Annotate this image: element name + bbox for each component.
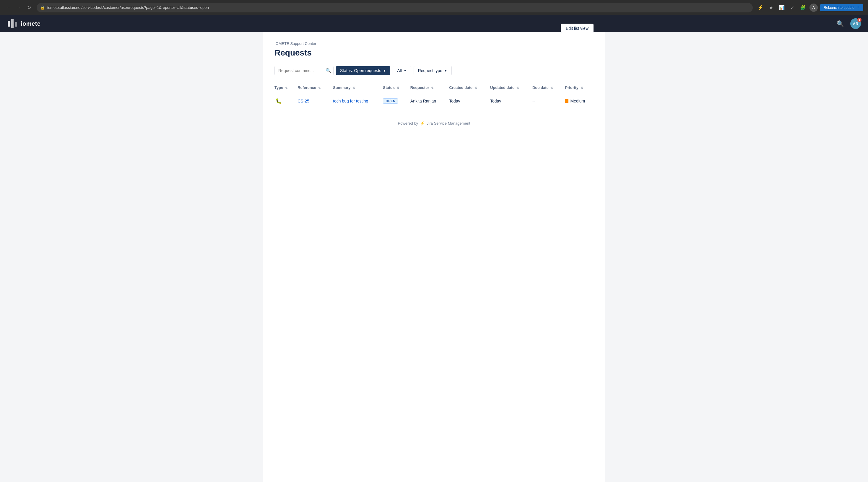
lock-icon: 🔒: [40, 5, 45, 10]
nav-buttons: ← → ↻: [5, 4, 33, 12]
requests-table: Type ⇅ Reference ⇅ Summary ⇅ Status ⇅: [275, 83, 593, 109]
reference-link[interactable]: CS-25: [298, 99, 309, 103]
browser-chrome: ← → ↻ 🔒 ⚡ ★ 📊 ✓ 🧩 A Relaunch to update ⋮: [0, 0, 868, 15]
extensions-icon[interactable]: ⚡: [756, 4, 765, 12]
all-filter-label: All: [397, 68, 402, 73]
svg-rect-2: [15, 22, 17, 27]
logo-text: iomete: [21, 21, 40, 27]
browser-actions: ⚡ ★ 📊 ✓ 🧩 A Relaunch to update ⋮: [756, 4, 863, 12]
app-header: iomete 🔍 AR 1: [0, 15, 868, 32]
profile-button[interactable]: A: [809, 4, 818, 12]
summary-link[interactable]: tech bug for testing: [333, 99, 368, 103]
forward-button[interactable]: →: [15, 4, 23, 12]
col-reference[interactable]: Reference ⇅: [294, 83, 330, 93]
table-header: Type ⇅ Reference ⇅ Summary ⇅ Status ⇅: [275, 83, 593, 93]
cell-summary: tech bug for testing: [330, 93, 379, 109]
created-date-value: Today: [449, 99, 460, 103]
extension-btn-3[interactable]: 🧩: [799, 4, 807, 12]
relaunch-menu-icon: ⋮: [856, 6, 860, 10]
search-input-wrap: 🔍: [275, 66, 334, 75]
sort-icon: ⇅: [397, 86, 399, 90]
logo-icon: [7, 18, 18, 29]
sort-icon: ⇅: [318, 86, 320, 90]
priority-medium-icon: [565, 99, 568, 103]
request-type-filter-button[interactable]: Request type ▼: [414, 66, 452, 75]
address-bar: 🔒: [37, 3, 753, 12]
table-body: 🐛 CS-25 tech bug for testing OPEN Ankita…: [275, 93, 593, 109]
cell-type: 🐛: [275, 93, 294, 109]
url-input[interactable]: [47, 5, 749, 10]
edit-list-view-button[interactable]: Edit list view: [561, 24, 593, 33]
col-type[interactable]: Type ⇅: [275, 83, 294, 93]
bookmark-icon[interactable]: ★: [767, 4, 775, 12]
status-badge: OPEN: [383, 98, 398, 104]
sort-icon: ⇅: [285, 86, 287, 90]
priority-value: Medium: [565, 99, 590, 103]
col-priority[interactable]: Priority ⇅: [561, 83, 593, 93]
cell-updated-date: Today: [487, 93, 529, 109]
svg-rect-1: [11, 19, 13, 28]
cell-status: OPEN: [379, 93, 407, 109]
search-input[interactable]: [275, 66, 334, 75]
powered-by-text: Powered by: [398, 121, 418, 126]
bug-icon: 🐛: [275, 97, 283, 105]
cell-reference: CS-25: [294, 93, 330, 109]
updated-date-value: Today: [490, 99, 501, 103]
relaunch-label: Relaunch to update: [824, 6, 855, 10]
filters: 🔍 Status: Open requests ▼ All ▼ Request …: [275, 66, 593, 75]
search-icon: 🔍: [326, 68, 331, 73]
header-right: 🔍 AR 1: [835, 18, 861, 29]
sort-icon: ⇅: [517, 86, 519, 90]
col-summary[interactable]: Summary ⇅: [330, 83, 379, 93]
table-row[interactable]: 🐛 CS-25 tech bug for testing OPEN Ankita…: [275, 93, 593, 109]
col-requester[interactable]: Requester ⇅: [407, 83, 445, 93]
header-search-button[interactable]: 🔍: [835, 18, 845, 29]
breadcrumb: IOMETE Support Center: [275, 41, 593, 46]
content-container: Edit list view IOMETE Support Center Req…: [262, 32, 606, 482]
chevron-down-icon: ▼: [383, 69, 386, 72]
service-name: Jira Service Management: [427, 121, 470, 126]
extension-btn-2[interactable]: ✓: [788, 4, 797, 12]
svg-rect-0: [8, 21, 10, 27]
col-due-date[interactable]: Due date ⇅: [529, 83, 562, 93]
cell-requester: Ankita Ranjan: [407, 93, 445, 109]
chevron-down-icon: ▼: [404, 69, 407, 72]
status-filter-label: Status: Open requests: [340, 68, 381, 73]
sort-icon: ⇅: [352, 86, 355, 90]
footer: Powered by ⚡ Jira Service Management: [275, 109, 593, 131]
priority-label: Medium: [570, 99, 585, 103]
relaunch-button[interactable]: Relaunch to update ⋮: [820, 4, 863, 11]
request-type-label: Request type: [418, 68, 442, 73]
search-submit-button[interactable]: 🔍: [326, 68, 331, 73]
due-date-value: --: [532, 99, 535, 103]
jira-bolt-icon: ⚡: [420, 121, 425, 126]
cell-due-date: --: [529, 93, 562, 109]
extension-btn-1[interactable]: 📊: [778, 4, 786, 12]
col-created-date[interactable]: Created date ⇅: [445, 83, 487, 93]
avatar-badge: 1: [857, 18, 862, 22]
page-title: Requests: [275, 48, 593, 58]
chevron-down-icon: ▼: [444, 69, 447, 72]
cell-priority: Medium: [561, 93, 593, 109]
col-status[interactable]: Status ⇅: [379, 83, 407, 93]
logo-area: iomete: [7, 18, 40, 29]
status-filter-button[interactable]: Status: Open requests ▼: [336, 66, 390, 75]
back-button[interactable]: ←: [5, 4, 13, 12]
user-avatar-button[interactable]: AR 1: [850, 18, 861, 29]
search-icon: 🔍: [837, 20, 844, 27]
avatar-initials: AR: [853, 22, 859, 26]
cell-created-date: Today: [445, 93, 487, 109]
sort-icon: ⇅: [431, 86, 433, 90]
sort-icon: ⇅: [550, 86, 553, 90]
all-filter-button[interactable]: All ▼: [393, 66, 411, 75]
reload-button[interactable]: ↻: [25, 4, 33, 12]
requester-name: Ankita Ranjan: [410, 99, 436, 103]
page-content: Edit list view IOMETE Support Center Req…: [0, 32, 868, 482]
col-updated-date[interactable]: Updated date ⇅: [487, 83, 529, 93]
sort-icon: ⇅: [581, 86, 583, 90]
sort-icon: ⇅: [474, 86, 477, 90]
